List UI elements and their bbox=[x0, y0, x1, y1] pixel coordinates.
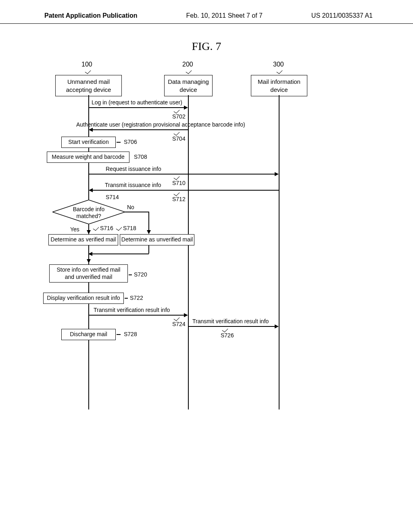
box-s708: Measure weight and barcode bbox=[47, 152, 129, 163]
arrow-s710 bbox=[89, 174, 275, 175]
label-s714: S714 bbox=[106, 194, 119, 200]
tick-icon bbox=[173, 175, 179, 180]
yes-label: Yes bbox=[70, 226, 79, 233]
lifeline-head-300: Mail information device bbox=[251, 75, 307, 96]
arrow-head-icon bbox=[275, 324, 279, 328]
arrow-head-icon bbox=[275, 172, 279, 176]
tick-icon bbox=[222, 327, 228, 332]
box-s728: Discharge mail bbox=[61, 329, 116, 340]
lifeline-200 bbox=[188, 95, 189, 409]
col-num-200: 200 bbox=[182, 61, 193, 68]
branch-line bbox=[125, 212, 148, 212]
page-header: Patent Application Publication Feb. 10, … bbox=[0, 0, 413, 24]
msg-trans-result1: Transmit verification result info bbox=[94, 307, 170, 313]
arrow-head-icon bbox=[184, 313, 188, 317]
tick-icon bbox=[186, 69, 192, 74]
label-s708: S708 bbox=[134, 154, 147, 160]
tick-icon bbox=[173, 316, 179, 321]
msg-req: Request issuance info bbox=[106, 166, 161, 172]
label-s722: S722 bbox=[130, 295, 143, 301]
arrow-head-icon bbox=[87, 259, 91, 263]
figure-title: FIG. 7 bbox=[0, 40, 413, 53]
msg-auth: Authenticate user (registration provisio… bbox=[76, 121, 245, 128]
box-s706: Start verification bbox=[61, 137, 116, 148]
leader-line bbox=[117, 142, 121, 143]
leader-line bbox=[125, 298, 128, 299]
arrow-s704 bbox=[93, 129, 188, 130]
leader-line bbox=[117, 334, 121, 335]
lifeline-head-100: Unmanned mail accepting device bbox=[55, 75, 122, 96]
label-s702: S702 bbox=[172, 113, 186, 120]
msg-trans-iss: Transmit issuance info bbox=[105, 182, 161, 188]
tick-icon bbox=[116, 225, 122, 231]
arrow-head-icon bbox=[89, 128, 93, 132]
col-num-100: 100 bbox=[81, 61, 92, 68]
label-s704: S704 bbox=[172, 135, 186, 142]
lifeline-300 bbox=[279, 95, 280, 409]
decision-s714: Barcode info matched? bbox=[52, 200, 125, 224]
arrow-head-icon bbox=[184, 106, 188, 110]
lifeline-head-200: Data managing device bbox=[164, 75, 213, 96]
header-right: US 2011/0035337 A1 bbox=[311, 12, 373, 19]
label-s716: S716 bbox=[100, 225, 113, 231]
label-s724: S724 bbox=[172, 321, 186, 327]
merge-line bbox=[92, 254, 149, 254]
arrow-head-icon bbox=[87, 230, 91, 234]
arrow-s724 bbox=[89, 315, 185, 316]
label-s710: S710 bbox=[172, 180, 186, 186]
tick-icon bbox=[173, 130, 179, 135]
sequence-diagram: 100 200 300 Unmanned mail accepting devi… bbox=[53, 61, 360, 424]
leader-line bbox=[129, 274, 132, 275]
tick-icon bbox=[93, 225, 99, 231]
tick-icon bbox=[173, 108, 179, 113]
merge-line bbox=[148, 245, 149, 254]
label-s728: S728 bbox=[124, 331, 137, 337]
header-left: Patent Application Publication bbox=[44, 12, 138, 19]
box-s720: Store info on verified mail and unverifi… bbox=[49, 264, 128, 283]
arrow-s712 bbox=[93, 190, 279, 191]
header-middle: Feb. 10, 2011 Sheet 7 of 7 bbox=[186, 12, 262, 19]
msg-login: Log in (request to authenticate user) bbox=[92, 99, 182, 106]
tick-icon bbox=[173, 191, 179, 196]
box-s722: Display verification result info bbox=[43, 293, 124, 304]
tick-icon bbox=[85, 69, 91, 74]
msg-trans-result2: Transmit verification result info bbox=[192, 318, 269, 324]
no-label: No bbox=[127, 204, 134, 210]
box-s716: Determine as verified mail bbox=[48, 234, 118, 245]
label-s726: S726 bbox=[221, 332, 234, 339]
arrow-head-icon bbox=[89, 188, 93, 192]
label-s718: S718 bbox=[123, 225, 136, 231]
arrow-head-icon bbox=[147, 230, 151, 234]
box-s718: Determine as unverified mail bbox=[120, 234, 194, 245]
arrow-head-icon bbox=[88, 252, 92, 256]
col-num-300: 300 bbox=[273, 61, 284, 68]
label-s720: S720 bbox=[134, 271, 147, 278]
label-s712: S712 bbox=[172, 196, 186, 202]
arrow-s702 bbox=[89, 107, 185, 108]
label-s706: S706 bbox=[124, 139, 137, 145]
tick-icon bbox=[276, 69, 282, 74]
arrow-s726 bbox=[188, 326, 275, 327]
